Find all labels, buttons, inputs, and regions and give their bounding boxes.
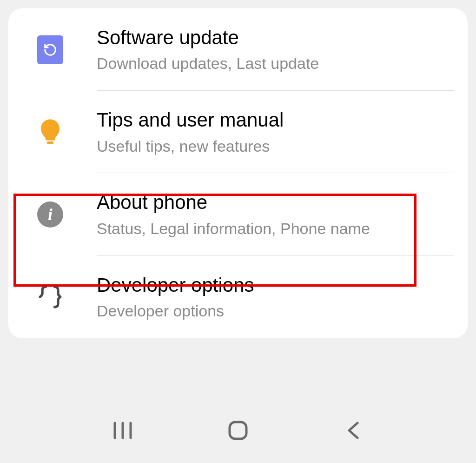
setting-title: Software update [97,26,454,49]
home-button[interactable] [224,416,252,444]
update-icon [36,36,64,64]
setting-subtitle: Useful tips, new features [97,137,454,156]
back-button[interactable] [339,416,367,444]
settings-list: Software update Download updates, Last u… [8,8,468,338]
lightbulb-icon [36,118,64,146]
setting-title: Developer options [97,274,454,297]
svg-rect-0 [47,141,54,144]
setting-item-tips[interactable]: Tips and user manual Useful tips, new fe… [8,91,468,173]
setting-title: About phone [97,191,454,214]
setting-item-software-update[interactable]: Software update Download updates, Last u… [8,8,468,91]
info-icon: i [36,201,64,228]
setting-title: Tips and user manual [97,108,454,132]
code-braces-icon [36,283,64,311]
setting-item-about-phone[interactable]: i About phone Status, Legal information,… [8,173,468,255]
setting-subtitle: Developer options [97,302,454,321]
setting-item-developer-options[interactable]: Developer options Developer options [8,256,468,338]
navigation-bar [0,409,476,451]
svg-rect-4 [230,422,246,439]
recents-button[interactable] [109,416,137,444]
setting-subtitle: Download updates, Last update [97,54,454,73]
setting-subtitle: Status, Legal information, Phone name [97,219,454,238]
